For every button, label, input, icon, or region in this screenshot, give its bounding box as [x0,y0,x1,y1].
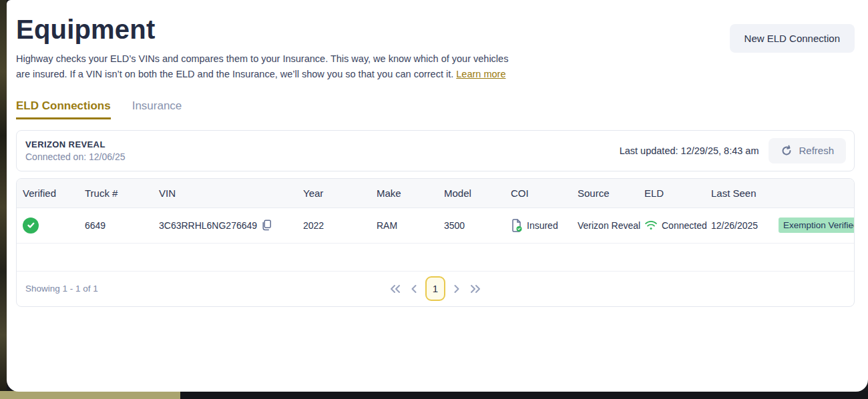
chevron-right-icon [453,284,461,294]
double-chevron-right-icon [469,284,482,294]
source-cell: Verizon Reveal [578,220,644,231]
verified-check-circle-icon [23,218,39,234]
empty-table-row [17,244,854,272]
refresh-button[interactable]: Refresh [769,138,846,163]
connection-info: VERIZON REVEAL Connected on: 12/06/25 [25,139,125,162]
vin-value: 3C63RRHL6NG276649 [159,220,257,231]
connection-panel: VERIZON REVEAL Connected on: 12/06/25 La… [16,130,855,171]
column-header-year: Year [303,187,377,199]
vin-cell: 3C63RRHL6NG276649 [159,220,303,231]
insured-document-icon [511,219,523,232]
last-updated-text: Last updated: 12/29/25, 8:43 am [620,145,759,156]
connected-on-date: Connected on: 12/06/25 [25,151,125,162]
column-header-model: Model [444,187,511,199]
description-text: Highway checks your ELD’s VINs and compa… [16,53,508,79]
equipment-table: Verified Truck # VIN Year Make Model COI… [16,178,855,307]
column-header-coi: COI [511,187,578,199]
double-chevron-left-icon [389,284,401,294]
coi-cell: Insured [511,219,578,232]
exemption-verified-badge: Exemption Verified [779,218,855,233]
next-page-button[interactable] [451,282,462,296]
eld-cell: Connected [644,220,711,231]
refresh-icon [781,145,793,157]
tab-insurance[interactable]: Insurance [132,99,182,119]
provider-name: VERIZON REVEAL [25,139,125,149]
eld-status: Connected [662,220,707,231]
table-header-row: Verified Truck # VIN Year Make Model COI… [17,179,854,208]
last-page-button[interactable] [468,282,483,296]
verified-cell [23,218,85,234]
column-header-eld: ELD [644,187,711,199]
column-header-last-seen: Last Seen [711,187,779,199]
background-map-strip-bottom [0,391,180,399]
equipment-page: Equipment New ELD Connection Highway che… [7,0,868,392]
new-eld-connection-button[interactable]: New ELD Connection [730,24,855,53]
previous-page-button[interactable] [409,282,419,296]
results-summary: Showing 1 - 1 of 1 [25,284,98,294]
truck-number-cell: 6649 [85,220,159,231]
background-strip-bottom-dark [180,391,868,399]
coi-status: Insured [527,220,558,231]
column-header-make: Make [377,187,444,199]
current-page-button[interactable]: 1 [425,276,445,301]
pagination-controls: 1 [387,276,483,301]
copy-vin-button[interactable] [261,220,272,231]
column-header-truck: Truck # [85,187,159,199]
connection-panel-right: Last updated: 12/29/25, 8:43 am Refresh [620,138,846,163]
refresh-label: Refresh [799,145,834,156]
page-description: Highway checks your ELD’s VINs and compa… [16,51,522,82]
page-title: Equipment [16,15,855,45]
tab-bar: ELD Connections Insurance [16,99,855,119]
table-footer: Showing 1 - 1 of 1 1 [17,272,854,306]
first-page-button[interactable] [387,282,403,296]
learn-more-link[interactable]: Learn more [456,69,505,79]
tab-eld-connections[interactable]: ELD Connections [16,99,111,119]
table-row[interactable]: 6649 3C63RRHL6NG276649 2022 RAM 3500 [17,208,854,244]
chevron-left-icon [410,284,418,294]
copy-icon [261,220,272,231]
background-map-strip-left [0,0,7,399]
column-header-source: Source [578,187,644,199]
last-seen-cell: 12/26/2025 [711,220,779,231]
year-cell: 2022 [303,220,377,231]
model-cell: 3500 [444,220,511,231]
wifi-icon [644,220,658,231]
column-header-vin: VIN [159,187,303,199]
make-cell: RAM [377,220,444,231]
column-header-verified: Verified [23,187,85,199]
